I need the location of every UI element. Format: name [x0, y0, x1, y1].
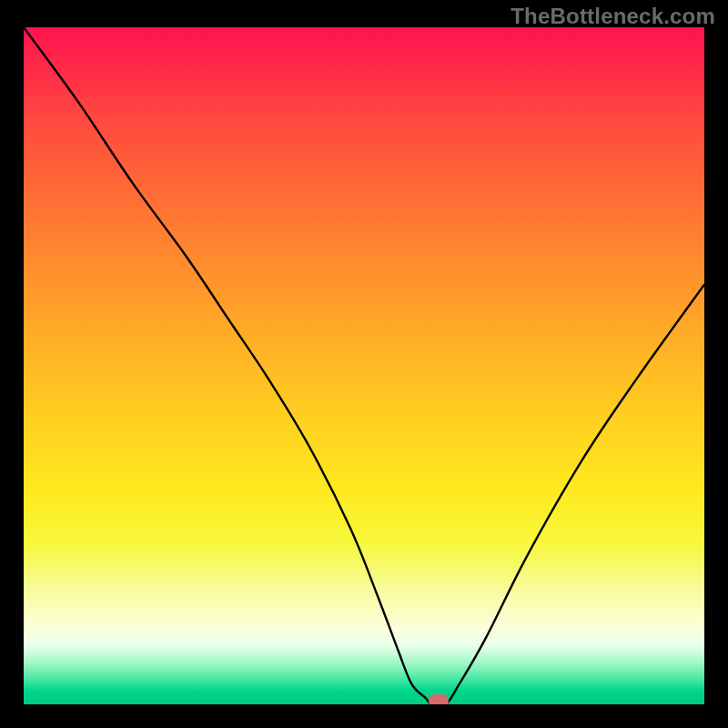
- chart-frame: TheBottleneck.com: [0, 0, 728, 728]
- bottleneck-curve: [24, 27, 704, 704]
- watermark-text: TheBottleneck.com: [511, 4, 715, 29]
- plot-area: [24, 27, 704, 704]
- optimal-marker: [429, 694, 449, 704]
